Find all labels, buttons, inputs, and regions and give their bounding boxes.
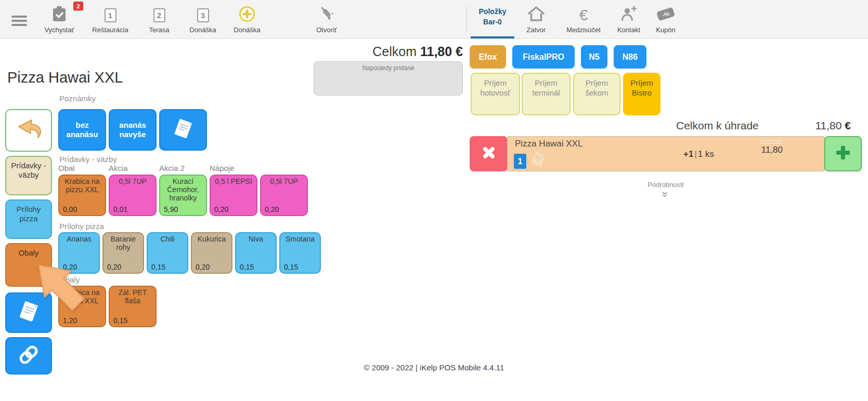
product-button[interactable]: Kukurica 0,20 (191, 232, 232, 274)
cart-item-price-block: 11,80 (750, 139, 783, 155)
add-quantity-button[interactable] (824, 136, 862, 171)
product-price: 0,15 (240, 263, 254, 271)
details-label: Podrobnosti (601, 181, 731, 189)
section-label-obaly: Obaly (59, 275, 80, 284)
sidebar-item-prilohy-pizza[interactable]: Prílohy pizza (5, 199, 52, 239)
bottle-pour-icon (317, 5, 336, 25)
payment-button-terminal[interactable]: Príjem terminál (522, 73, 571, 115)
toolbar-button-terasa[interactable]: 2 Terasa (144, 5, 174, 34)
toolbar-button-restauracia[interactable]: 1 Reštaurácia (88, 5, 132, 34)
payment-label: Príjem Bistro (630, 78, 653, 97)
section-label-prilohy: Prílohy pizza (59, 222, 104, 231)
toolbar-label: Kontakt (612, 26, 646, 34)
product-button[interactable]: 0,5l 7UP 0,20 (260, 175, 308, 216)
toolbar-button-kontakt[interactable]: Kontakt (612, 5, 646, 34)
room-2-icon: 2 (153, 8, 165, 22)
toolbar-button-medzisucet[interactable]: € Medzisúčet (561, 5, 606, 34)
payment-button-sekom[interactable]: Príjem šekom (573, 73, 620, 115)
last-added-box: Naposledy pridané (314, 61, 463, 96)
printer-button-fiskalpro[interactable]: FiskalPRO (512, 45, 575, 69)
printer-label: N5 (589, 52, 599, 62)
product-button[interactable]: 0,5 l PEPSI 0,20 (210, 175, 257, 216)
product-button[interactable]: Kurací Černohor, hranolky 5,90 (159, 175, 207, 216)
amount-due-label: Celkom k úhrade (676, 119, 759, 132)
tab-polozky-bar0[interactable]: Položky Bar-0 (471, 6, 514, 27)
toolbar-divider (467, 6, 467, 32)
toolbar-button-donaska[interactable]: 3 Donáška (183, 5, 223, 34)
product-button[interactable]: Krabica na pizzu XXL 0,00 (58, 175, 106, 216)
active-tab-underline (471, 36, 514, 38)
section-label-pridavky: Prídavky - väzby (59, 155, 117, 164)
product-price: 1,20 (63, 316, 77, 325)
toolbar-button-kupon[interactable]: -% Kupón (650, 5, 681, 34)
cart-item-name: Pizza Hawai XXL (515, 139, 582, 149)
delete-item-button[interactable] (470, 136, 508, 171)
note-preset-button[interactable]: bez ananásu (58, 109, 106, 151)
product-button[interactable]: Krabica na pizzu XXL 1,20 (58, 286, 106, 327)
note-preset-button[interactable]: ananás navyše (109, 109, 157, 151)
product-button[interactable]: Zál. PET flaša 0,15 (109, 286, 157, 327)
coupon-percent-icon: -% (655, 5, 677, 25)
menu-icon[interactable] (11, 14, 27, 28)
printer-label: FiskalPRO (523, 52, 564, 62)
cart-item-quantity: +1|1 ks (683, 149, 714, 159)
toolbar-button-vychystat[interactable]: 2 Vychystať (37, 5, 81, 34)
product-name: 0,5l 7UP (119, 177, 147, 185)
product-button[interactable]: Niva 0,15 (235, 232, 277, 274)
product-price: 0,15 (113, 316, 127, 325)
toolbar-button-otvorit[interactable]: Otvoriť (310, 5, 343, 34)
order-total-value: 11,80 € (420, 44, 463, 59)
printer-button-n86[interactable]: N86 (614, 45, 646, 69)
details-toggle[interactable]: Podrobnosti » (601, 181, 731, 200)
product-button[interactable]: 0,5l 7UP 0,01 (109, 175, 157, 216)
toolbar-label: Kupón (650, 26, 681, 34)
payment-label: Príjem terminál (532, 78, 560, 97)
product-name: Krabica na pizzu XXL (65, 177, 100, 194)
back-button[interactable] (5, 109, 52, 152)
product-price: 0,20 (196, 263, 210, 271)
product-button[interactable]: Chili 0,15 (147, 232, 188, 274)
last-added-label: Naposledy pridané (362, 64, 414, 72)
sidebar-label: Obaly (18, 248, 38, 258)
back-arrow-icon (14, 117, 44, 143)
drag-handle-icon[interactable] (750, 140, 783, 144)
product-name: Baranie rohy (111, 235, 136, 251)
top-toolbar: 2 Vychystať 1 Reštaurácia 2 Terasa 3 Don… (0, 0, 868, 39)
printer-button-efox[interactable]: Efox (470, 45, 506, 69)
product-button[interactable]: Smotana 0,15 (279, 232, 321, 274)
payment-button-hotovost[interactable]: Príjem hotovosť (471, 73, 520, 115)
note-icon (172, 117, 194, 143)
sidebar-item-obaly[interactable]: Obaly (5, 243, 52, 287)
sidebar-item-pridavky-vazby[interactable]: Prídavky - väzby (5, 156, 52, 195)
product-name: Chili (160, 235, 174, 243)
product-price: 0,20 (265, 205, 279, 213)
product-name: Zál. PET flaša (119, 288, 147, 305)
order-total-label: Celkom (372, 44, 417, 59)
group-header-obal: Obal (58, 164, 75, 172)
toolbar-label: Medzisúčet (561, 26, 606, 34)
page-title: Pizza Hawai XXL (7, 69, 123, 86)
product-price: 0,01 (113, 205, 127, 213)
group-header-akcia: Akcia (109, 164, 128, 172)
house-icon (527, 6, 546, 24)
product-button[interactable]: Baranie rohy 0,20 (102, 232, 144, 274)
note-preset-label: bez ananásu (59, 121, 105, 139)
toolbar-button-zatvor[interactable]: Zatvor (521, 5, 551, 34)
toolbar-button-donaska-new[interactable]: Donáška (227, 5, 267, 34)
tab-line1: Položky (471, 6, 514, 17)
currency-symbol: € (845, 119, 851, 131)
cart-item[interactable]: Pizza Hawai XXL 1 +1|1 ks 11,80 (507, 136, 825, 171)
product-price: 0,15 (151, 263, 165, 271)
product-button[interactable]: Ananas 0,20 (58, 232, 100, 274)
printer-label: Efox (479, 52, 497, 62)
product-name: Krabica na pizzu XXL (65, 288, 100, 305)
printer-button-n5[interactable]: N5 (581, 45, 607, 69)
amount-due: Celkom k úhrade 11,80 € (676, 119, 851, 132)
plus-circle-icon (238, 5, 256, 25)
payment-button-bistro[interactable]: Príjem Bistro (623, 73, 660, 115)
status-badge: 2 (73, 2, 83, 10)
sidebar-label: Prídavky - väzby (8, 161, 49, 180)
sidebar-note-button[interactable] (5, 292, 52, 333)
custom-note-button[interactable] (159, 109, 207, 151)
payment-label: Príjem šekom (585, 78, 608, 97)
